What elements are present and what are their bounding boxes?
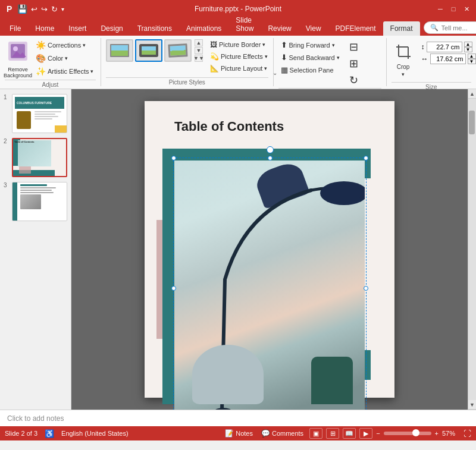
selection-pane-label: Selection Pane: [290, 67, 334, 74]
send-backward-arrow: ▾: [337, 55, 340, 61]
undo-btn[interactable]: ↩: [31, 5, 37, 14]
picture-style-gallery: ▲ ▼ ▼▼: [106, 39, 203, 62]
tab-pdfelement[interactable]: PDFElement: [328, 21, 383, 36]
slide-canvas[interactable]: Table of Contents: [145, 101, 394, 398]
gallery-scroll-down[interactable]: ▼: [195, 47, 203, 54]
zoom-in-btn[interactable]: +: [435, 430, 439, 437]
notes-btn[interactable]: 📝 Notes: [223, 429, 255, 438]
window-title: Furniture.pptx - PowerPoint: [195, 5, 281, 13]
close-btn[interactable]: ✕: [462, 4, 471, 14]
width-row: ↔ ▲ ▼: [421, 54, 476, 64]
comments-btn[interactable]: 💬 Comments: [259, 429, 306, 438]
tab-view[interactable]: View: [299, 21, 328, 36]
height-spinner: ▲ ▼: [464, 42, 472, 52]
corrections-button[interactable]: ☀️ Corrections ▾: [33, 39, 96, 51]
adjust-small-buttons: ☀️ Corrections ▾ 🎨 Color ▾ ✨ Artistic Ef…: [33, 39, 96, 77]
slide-thumb-3[interactable]: 3: [4, 182, 67, 221]
notes-icon: 📝: [225, 429, 234, 438]
repeat-btn[interactable]: ↻: [51, 5, 58, 14]
remove-background-button[interactable]: RemoveBackground: [5, 39, 31, 80]
tab-review[interactable]: Review: [261, 21, 298, 36]
picture-styles-label: Picture Styles: [106, 77, 268, 86]
height-input[interactable]: [427, 42, 462, 52]
status-right: 📝 Notes 💬 Comments ▣ ⊞ 📖 ▶ − + 57% ⛶: [223, 428, 471, 439]
chair-gray: [192, 345, 264, 404]
crop-arrow: ▾: [402, 71, 405, 77]
scroll-down-btn[interactable]: ▼: [468, 400, 476, 410]
app-logo: P: [5, 4, 14, 14]
artistic-effects-icon: ✨: [36, 67, 46, 76]
canvas-area[interactable]: Table of Contents: [71, 89, 468, 410]
slide-panel[interactable]: 1 COLUMBUS FURNITURE: [0, 89, 71, 410]
rotate-button[interactable]: ↻: [347, 73, 361, 88]
picture-layout-arrow: ▾: [264, 65, 267, 71]
width-decrement[interactable]: ▼: [468, 59, 476, 64]
arrange-content: ⬆ Bring Forward ▾ ⬇ Send Backward ▾ ▦ Se…: [278, 38, 361, 88]
slide-sorter-btn[interactable]: ⊞: [326, 428, 339, 439]
tab-format[interactable]: Format: [383, 21, 420, 36]
normal-view-btn[interactable]: ▣: [309, 428, 322, 439]
notes-bar[interactable]: Click to add notes: [0, 410, 476, 426]
tab-design[interactable]: Design: [93, 21, 130, 36]
reading-view-btn[interactable]: 📖: [343, 428, 356, 439]
quick-save-btn[interactable]: 💾: [17, 4, 27, 14]
color-button[interactable]: 🎨 Color ▾: [33, 52, 96, 64]
height-decrement[interactable]: ▼: [464, 47, 472, 52]
vertical-scrollbar[interactable]: ▲ ▼: [468, 89, 476, 410]
picture-border-icon: 🖼: [210, 40, 217, 49]
fit-slide-btn[interactable]: ⛶: [464, 429, 471, 438]
selection-pane-button[interactable]: ▦ Selection Pane: [278, 64, 342, 75]
height-increment[interactable]: ▲: [464, 42, 472, 47]
tab-insert[interactable]: Insert: [61, 21, 93, 36]
zoom-out-btn[interactable]: −: [376, 430, 380, 437]
picture-effects-arrow: ▾: [265, 54, 268, 59]
scroll-track[interactable]: [468, 99, 476, 400]
maximize-btn[interactable]: □: [449, 4, 458, 14]
slide-thumb-2[interactable]: 2 Table of Contents: [4, 138, 67, 177]
artistic-effects-button[interactable]: ✨ Artistic Effects ▾: [33, 65, 96, 77]
slide-thumb-1[interactable]: 1 COLUMBUS FURNITURE: [4, 94, 67, 133]
slide-preview-3: [12, 182, 67, 221]
bring-forward-button[interactable]: ⬆ Bring Forward ▾: [278, 39, 342, 51]
tab-home[interactable]: Home: [28, 21, 61, 36]
send-backward-button[interactable]: ⬇ Send Backward ▾: [278, 52, 342, 63]
title-bar-left: P 💾 ↩ ↪ ↻ ▾: [5, 4, 64, 14]
tab-slideshow[interactable]: Slide Show: [228, 13, 261, 36]
tell-me-input[interactable]: [441, 24, 476, 32]
scroll-thumb[interactable]: [469, 111, 475, 134]
zoom-thumb[interactable]: [412, 429, 419, 436]
picture-style-1[interactable]: [106, 39, 133, 62]
crop-button[interactable]: Crop ▾: [392, 39, 415, 82]
zoom-slider[interactable]: [384, 432, 431, 435]
width-increment[interactable]: ▲: [468, 54, 476, 59]
gallery-scroll-up[interactable]: ▲: [195, 39, 203, 46]
picture-border-button[interactable]: 🖼 Picture Border ▾: [208, 39, 270, 50]
picture-layout-button[interactable]: 📐 Picture Layout ▾: [208, 63, 270, 74]
slide-info: Slide 2 of 3: [5, 430, 37, 437]
remove-bg-icon: [7, 40, 29, 65]
tab-transitions[interactable]: Transitions: [130, 21, 179, 36]
redo-btn[interactable]: ↪: [41, 5, 48, 14]
picture-effects-button[interactable]: 💫 Picture Effects ▾: [208, 51, 270, 62]
furniture-image[interactable]: [174, 161, 365, 410]
minimize-btn[interactable]: ─: [436, 4, 445, 14]
scroll-up-btn[interactable]: ▲: [468, 89, 476, 99]
gallery-expand[interactable]: ▼▼: [195, 55, 203, 62]
width-input[interactable]: [430, 54, 466, 64]
picture-style-2[interactable]: [135, 39, 162, 62]
slideshow-btn[interactable]: ▶: [359, 428, 372, 439]
customize-qa-btn[interactable]: ▾: [61, 6, 64, 12]
chair-teal: [311, 357, 353, 404]
rotate-icon: ↻: [349, 74, 358, 87]
slide-num-1: 1: [4, 94, 10, 100]
notes-label: Notes: [236, 430, 253, 437]
tab-animations[interactable]: Animations: [179, 21, 228, 36]
tell-me-box[interactable]: 🔍: [424, 21, 476, 34]
slide-num-2: 2: [4, 138, 10, 144]
align-button[interactable]: ⊟: [347, 39, 361, 55]
picture-style-3[interactable]: [164, 39, 192, 62]
corrections-arrow: ▾: [83, 42, 86, 48]
tab-file[interactable]: File: [2, 21, 28, 36]
picture-effects-icon: 💫: [210, 52, 219, 61]
group-button[interactable]: ⊞: [347, 56, 361, 71]
